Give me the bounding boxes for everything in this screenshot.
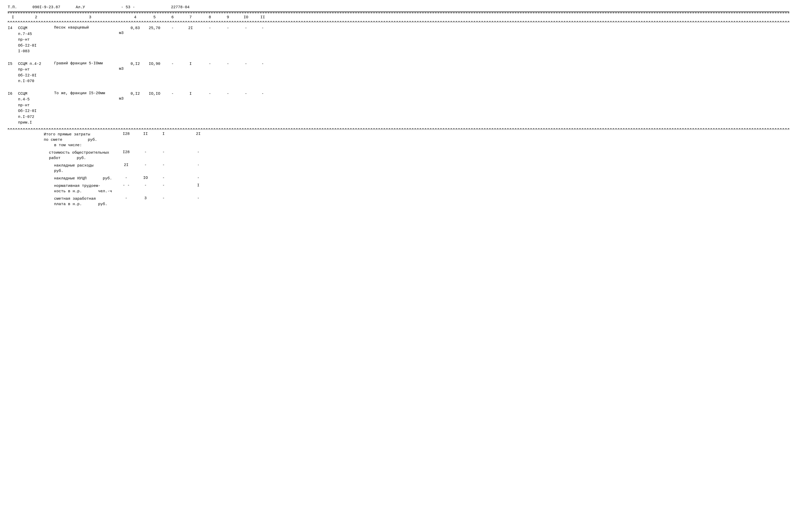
table-row: I4 CCЦМп.7-45пр-нтОб-I2-0II-083 Песок кв… (8, 23, 789, 56)
col-header-2: 2 (18, 15, 54, 20)
summary-row-v9: - (154, 163, 172, 167)
summary-row-v11: - (190, 150, 206, 154)
summary-row-v7: - (116, 176, 136, 180)
row-code: CCЦМ п.4-2пр-нтОб-I2-0Iп.I-070 (18, 61, 54, 84)
row-col11: - (255, 91, 271, 96)
col-divider-thin (8, 22, 789, 22)
row-col10: - (237, 91, 255, 96)
row-col4: 0,I2 (126, 61, 144, 66)
summary-row-unit: руб. (98, 202, 107, 206)
summary-row-v8: 3 (136, 196, 154, 201)
row-col9: - (219, 25, 237, 31)
row-code: CCЦМп.7-45пр-нтОб-I2-0II-083 (18, 25, 54, 55)
summary-row-v7: - - (116, 183, 136, 188)
row-col11: - (255, 25, 271, 31)
row-col6: - (165, 91, 180, 96)
row-id: I4 (8, 25, 18, 31)
summary-row-unit: руб. (77, 156, 86, 160)
row-col4: 0,I2 (126, 91, 144, 96)
top-divider (8, 12, 789, 12)
col-header-11: II (255, 15, 271, 20)
summary-sub-row: накладные НУЦП руб. - IO - - (8, 175, 789, 182)
col-divider-bottom (8, 21, 789, 22)
summary-divider-top (8, 129, 789, 129)
summary-row-v7: - (116, 196, 136, 201)
summary-row-label: стоимость общестроительныхработ руб. (8, 150, 116, 161)
summary-row-v8: - (136, 163, 154, 167)
summary-row-label: сметная заработнаяплата в н.р. руб. (8, 196, 116, 207)
col-divider-top (8, 13, 789, 13)
page-number: - 53 - (121, 5, 135, 10)
summary-row-v8: IO (136, 176, 154, 180)
summary-section: Итого прямые затраты по смете руб. в том… (8, 131, 789, 208)
col-header-5: 5 (144, 15, 165, 20)
row-col7: 2I (180, 25, 201, 31)
row-id: I5 (8, 61, 18, 66)
row-col9: - (219, 91, 237, 96)
doc-code: 090I-9-23.87 (33, 5, 60, 10)
summary-row-label: нормативная трудоем-кость в н.р. чел.-ч (8, 183, 116, 194)
summary-total-v9: I (154, 132, 172, 136)
row-col8: - (201, 91, 219, 96)
summary-row-v9: - (154, 176, 172, 180)
row-col5: IO,90 (144, 61, 165, 66)
row-description: Гравий фракции 5-IOмм м3 (54, 61, 126, 71)
row-description: Песок кварцевый м3 (54, 25, 126, 35)
summary-total-label: Итого прямые затраты по смете руб. в том… (8, 132, 116, 148)
row-code: CCЦМп.4-5пр-нтОб-I2-0Iп.I-072прим.I (18, 91, 54, 126)
summary-row-label: накладные НУЦП руб. (8, 176, 116, 181)
col-header-3: 3 (54, 15, 126, 20)
summary-row-v7: I28 (116, 150, 136, 154)
row-col10: - (237, 61, 255, 66)
summary-total-v7: I28 (116, 132, 136, 136)
summary-row-unit: чел.-ч (98, 189, 112, 193)
row-col5: 25,70 (144, 25, 165, 31)
col-header-1: I (8, 15, 18, 20)
section-label: Ал.У (76, 5, 85, 10)
summary-total-v11: 2I (190, 132, 206, 136)
summary-sub-row: сметная заработнаяплата в н.р. руб. - 3 … (8, 195, 789, 208)
summary-row-v11: - (190, 176, 206, 180)
col-header-6: 6 (165, 15, 180, 20)
row-col8: - (201, 25, 219, 31)
row-col6: - (165, 61, 180, 66)
column-headers: I 2 3 4 5 6 7 8 9 IO II (8, 14, 789, 21)
doc-number: 22778-04 (171, 5, 189, 10)
summary-total-v8: II (136, 132, 154, 136)
row-col8: - (201, 61, 219, 66)
row-col4: 0,83 (126, 25, 144, 31)
row-col5: IO,IO (144, 91, 165, 96)
row-description: То же, фракции I5-20мм м3 (54, 91, 126, 101)
col-header-10: IO (237, 15, 255, 20)
row-id: I6 (8, 91, 18, 96)
summary-row-v9: - (154, 196, 172, 201)
row-col11: - (255, 61, 271, 66)
summary-row-unit: руб. (103, 176, 112, 181)
summary-row-v11: I (190, 183, 206, 188)
summary-row-label: накладные расходы руб. (8, 163, 116, 174)
summary-sub-row: стоимость общестроительныхработ руб. I28… (8, 149, 789, 162)
summary-row-v9: - (154, 183, 172, 188)
summary-row-v9: - (154, 150, 172, 154)
summary-total-unit: руб. (88, 138, 97, 142)
row-col6: - (165, 25, 180, 31)
data-rows: I4 CCЦМп.7-45пр-нтОб-I2-0II-083 Песок кв… (8, 23, 789, 128)
table-row: I6 CCЦМп.4-5пр-нтОб-I2-0Iп.I-072прим.I Т… (8, 89, 789, 128)
row-col7: I (180, 61, 201, 66)
summary-sub-row: нормативная трудоем-кость в н.р. чел.-ч … (8, 182, 789, 195)
summary-total-row: Итого прямые затраты по смете руб. в том… (8, 131, 789, 149)
summary-row-v11: · (190, 163, 206, 167)
summary-row-unit: руб. (54, 169, 63, 173)
col-header-4: 4 (126, 15, 144, 20)
col-header-7: 7 (180, 15, 201, 20)
row-col9: - (219, 61, 237, 66)
col-header-8: 8 (201, 15, 219, 20)
table-row: I5 CCЦМ п.4-2пр-нтОб-I2-0Iп.I-070 Гравий… (8, 59, 789, 86)
summary-sub-row: накладные расходы руб. 2I - - · (8, 162, 789, 175)
summary-row-v11: - (190, 196, 206, 201)
col-header-9: 9 (219, 15, 237, 20)
summary-row-v8: - (136, 150, 154, 154)
row-col10: - (237, 25, 255, 31)
row-col7: I (180, 91, 201, 96)
document-header: Т.П. 090I-9-23.87 Ал.У - 53 - 22778-04 (8, 5, 789, 10)
